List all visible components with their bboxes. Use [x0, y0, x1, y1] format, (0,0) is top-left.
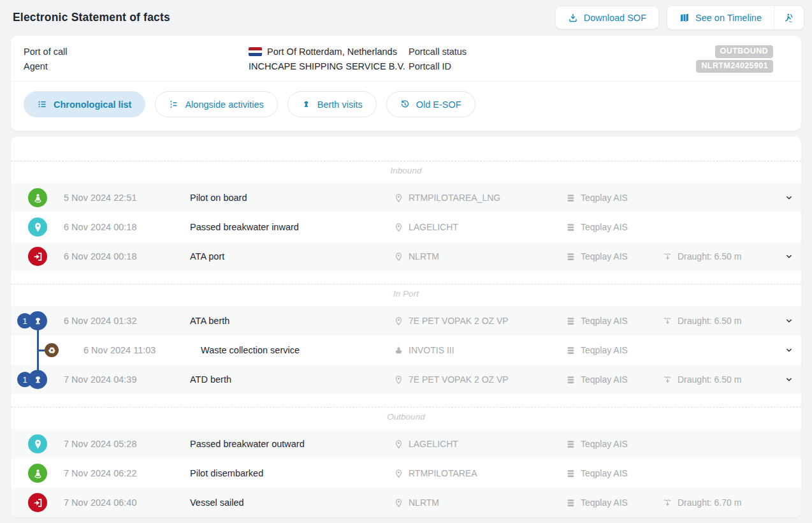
event-icon-cell — [28, 488, 64, 517]
tab-chronological-list[interactable]: Chronological list — [24, 91, 145, 117]
map-icon — [679, 13, 690, 23]
section-inbound: Inbound5 Nov 2024 22:51Pilot on boardRTM… — [11, 161, 801, 271]
event-draught: Draught: 6.70 m — [678, 497, 741, 508]
database-icon — [566, 346, 576, 355]
location-pin-icon — [394, 439, 403, 449]
event-name: Waste collection service — [190, 345, 394, 355]
portcall-info: Port of call Agent Port Of Rotterdam, Ne… — [11, 36, 801, 81]
section-label: Inbound — [11, 166, 801, 175]
event-draught: Draught: 6.50 m — [678, 251, 741, 262]
netherlands-flag-icon — [249, 47, 262, 56]
event-timestamp: 6 Nov 2024 00:18 — [64, 222, 190, 232]
tab-alongside-activities[interactable]: Alongside activities — [155, 91, 277, 117]
event-timestamp: 6 Nov 2024 11:03 — [64, 345, 190, 355]
draught-icon — [663, 316, 672, 326]
chevron-down-icon[interactable] — [785, 346, 794, 355]
agent-value: INCHCAPE SHIPPING SERVICE B.V. — [249, 61, 405, 71]
section-divider — [11, 284, 801, 284]
event-row-vessel-sailed: 7 Nov 2024 06:40Vessel sailedNLRTMTeqpla… — [11, 488, 801, 517]
event-name: Vessel sailed — [190, 497, 394, 508]
tab-berth-visits[interactable]: Berth visits — [287, 91, 377, 117]
section-rows: 16 Nov 2024 01:32ATA berth7E PET VOPAK 2… — [11, 306, 801, 394]
chevron-down-icon[interactable] — [785, 252, 794, 261]
port-of-call-label: Port of call — [24, 44, 249, 59]
location-pin-icon — [394, 223, 403, 232]
ship-icon — [394, 346, 403, 355]
event-source: Teqplay AIS — [581, 345, 628, 355]
event-location: INVOTIS III — [409, 345, 454, 355]
event-name: Pilot disembarked — [190, 468, 394, 478]
event-row-ata-berth[interactable]: 16 Nov 2024 01:32ATA berth7E PET VOPAK 2… — [11, 306, 801, 335]
event-timestamp: 6 Nov 2024 01:32 — [64, 316, 190, 326]
download-sof-button[interactable]: Download SOF — [555, 6, 659, 29]
event-timestamp: 7 Nov 2024 04:39 — [64, 374, 190, 385]
port-of-call-value: Port Of Rotterdam, Netherlands — [267, 47, 397, 57]
location-pin-icon — [394, 193, 403, 203]
portcall-id-label: Portcall ID — [409, 59, 696, 73]
tab-label: Berth visits — [317, 99, 363, 110]
event-icon-cell: 1 — [28, 306, 64, 335]
event-icon-cell: 1 — [28, 365, 64, 394]
chevron-down-icon[interactable] — [785, 316, 794, 325]
info-values: Port Of Rotterdam, Netherlands INCHCAPE … — [249, 44, 409, 73]
location-pin-icon — [394, 469, 403, 478]
portcall-status-badge: OUTBOUND — [715, 45, 773, 58]
top-bar-actions: Download SOF See on Timeline — [555, 5, 804, 30]
event-source: Teqplay AIS — [581, 439, 628, 449]
event-location: LAGELICHT — [409, 439, 458, 449]
tab-label: Old E-SOF — [416, 99, 461, 110]
bollard-icon — [28, 311, 47, 330]
event-name: ATD berth — [190, 374, 394, 385]
see-on-timeline-button[interactable]: See on Timeline — [667, 6, 774, 29]
tab-label: Chronological list — [54, 99, 131, 110]
event-draught: Draught: 6.50 m — [678, 374, 741, 385]
event-row-passed-breakwater-inward: 6 Nov 2024 00:18Passed breakwater inward… — [11, 212, 801, 242]
bollard-icon — [28, 370, 47, 389]
event-row-waste-collection-service[interactable]: ♻6 Nov 2024 11:03Waste collection servic… — [11, 335, 801, 365]
event-row-ata-port[interactable]: 6 Nov 2024 00:18ATA portNLRTMTeqplay AIS… — [11, 242, 801, 271]
location-pin-icon — [394, 498, 403, 508]
section-divider — [11, 407, 801, 408]
timeline-button-group: See on Timeline — [667, 5, 804, 30]
event-row-pilot-on-board[interactable]: 5 Nov 2024 22:51Pilot on boardRTMPILOTAR… — [11, 183, 801, 212]
top-bar: Electronic Statement of facts Download S… — [0, 0, 812, 36]
database-icon — [566, 469, 576, 478]
event-source: Teqplay AIS — [581, 497, 628, 508]
download-icon — [568, 13, 578, 23]
event-location: RTMPILOTAREA — [409, 468, 477, 478]
event-icon-cell — [28, 212, 64, 242]
event-name: ATA port — [190, 251, 394, 262]
page-title: Electronic Statement of facts — [13, 11, 170, 24]
event-icon-cell — [28, 429, 64, 459]
pilot-icon — [28, 188, 47, 207]
sign-in-icon — [28, 247, 47, 266]
activities-icon — [169, 99, 178, 109]
event-timestamp: 5 Nov 2024 22:51 — [64, 193, 190, 203]
draught-icon — [663, 498, 672, 508]
chevron-down-icon[interactable] — [785, 375, 794, 384]
chevron-down-icon[interactable] — [785, 193, 794, 202]
event-timestamp: 7 Nov 2024 06:22 — [64, 468, 190, 478]
event-row-pilot-disembarked: 7 Nov 2024 06:22Pilot disembarkedRTMPILO… — [11, 459, 801, 488]
list-icon — [38, 99, 47, 109]
event-source: Teqplay AIS — [581, 222, 628, 232]
view-tabs: Chronological listAlongside activitiesBe… — [11, 82, 801, 131]
event-name: ATA berth — [190, 316, 394, 326]
event-icon-cell — [28, 459, 64, 488]
event-row-atd-berth[interactable]: 17 Nov 2024 04:39ATD berth7E PET VOPAK 2… — [11, 365, 801, 394]
info-labels-right: Portcall status Portcall ID — [409, 44, 696, 73]
statement-of-facts-list: Inbound5 Nov 2024 22:51Pilot on boardRTM… — [11, 136, 801, 517]
tab-old-e-sof[interactable]: Old E-SOF — [386, 91, 475, 117]
portcall-id-badge: NLRTM24025901 — [696, 60, 773, 73]
event-icon-cell: ♻ — [28, 335, 64, 365]
event-timestamp: 6 Nov 2024 00:18 — [64, 251, 190, 262]
event-name: Passed breakwater outward — [190, 439, 394, 449]
event-source: Teqplay AIS — [581, 374, 628, 385]
bollard-icon — [301, 99, 311, 109]
database-icon — [566, 316, 576, 326]
event-icon-cell — [28, 183, 64, 212]
pin-filled-icon — [28, 434, 47, 453]
section-divider — [11, 161, 801, 161]
person-digging-button[interactable] — [774, 6, 804, 29]
event-location: NLRTM — [409, 251, 439, 262]
